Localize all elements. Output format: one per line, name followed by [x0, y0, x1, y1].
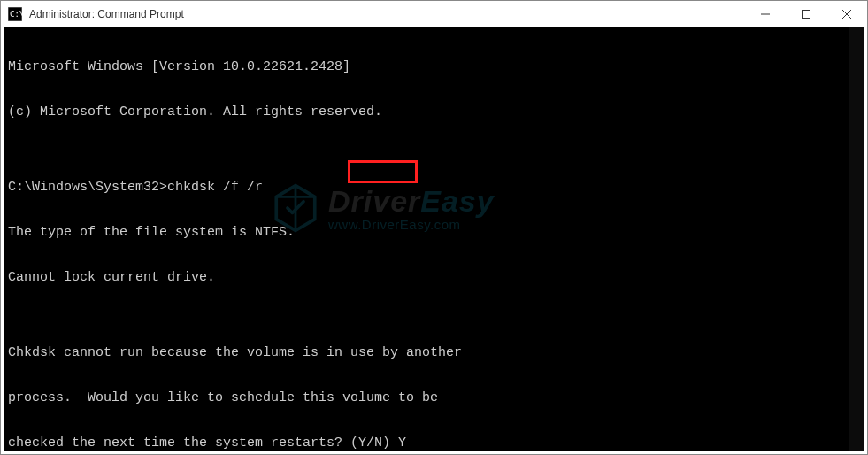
terminal-line: The type of the file system is NTFS. — [8, 225, 860, 240]
terminal-line: process. Would you like to schedule this… — [8, 390, 860, 405]
vertical-scrollbar[interactable] — [849, 27, 864, 451]
window-title: Administrator: Command Prompt — [29, 8, 745, 20]
titlebar[interactable]: C:\ Administrator: Command Prompt — [1, 1, 867, 27]
command-text: chkdsk /f /r — [167, 180, 263, 195]
command-prompt-window: C:\ Administrator: Command Prompt Micros… — [0, 0, 868, 455]
minimize-button[interactable] — [745, 1, 786, 27]
cmd-icon: C:\ — [8, 7, 22, 21]
terminal-line: Cannot lock current drive. — [8, 270, 860, 285]
question-text: checked the next time the system restart… — [8, 436, 398, 451]
terminal-line: C:\Windows\System32>chkdsk /f /r — [8, 180, 860, 195]
svg-rect-3 — [803, 10, 810, 18]
svg-text:C:\: C:\ — [10, 10, 22, 19]
maximize-button[interactable] — [786, 1, 826, 27]
terminal-line: Chkdsk cannot run because the volume is … — [8, 345, 860, 360]
window-controls — [745, 1, 867, 27]
terminal-line: (c) Microsoft Corporation. All rights re… — [8, 104, 860, 120]
user-input: Y — [398, 436, 406, 451]
prompt-text: C:\Windows\System32> — [8, 180, 167, 195]
close-button[interactable] — [826, 1, 867, 27]
terminal-area[interactable]: Microsoft Windows [Version 10.0.22621.24… — [4, 27, 864, 451]
terminal-line: Microsoft Windows [Version 10.0.22621.24… — [8, 59, 860, 74]
terminal-line: checked the next time the system restart… — [8, 436, 860, 451]
scrollbar-track[interactable] — [849, 27, 864, 451]
